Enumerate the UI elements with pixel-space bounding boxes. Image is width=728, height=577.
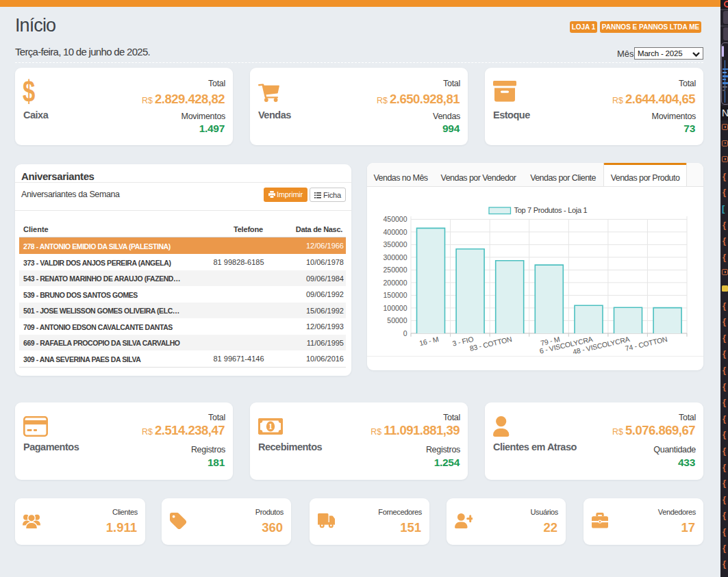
svg-text:74 - COTTON: 74 - COTTON xyxy=(624,335,668,352)
svg-text:450000: 450000 xyxy=(383,215,407,223)
svg-text:1: 1 xyxy=(268,422,273,431)
svg-text:100000: 100000 xyxy=(383,304,407,312)
svg-text:83 - COTTON: 83 - COTTON xyxy=(468,335,512,352)
svg-text:Top 7 Produtos - Loja 1: Top 7 Produtos - Loja 1 xyxy=(514,206,588,214)
svg-text:200000: 200000 xyxy=(383,279,407,287)
svg-text:250000: 250000 xyxy=(383,266,407,274)
svg-text:50000: 50000 xyxy=(387,316,407,324)
svg-text:16 - M: 16 - M xyxy=(418,335,440,347)
svg-text:300000: 300000 xyxy=(383,253,407,261)
svg-text:150000: 150000 xyxy=(383,291,407,299)
svg-text:400000: 400000 xyxy=(383,228,407,236)
svg-text:350000: 350000 xyxy=(383,240,407,248)
svg-text:0: 0 xyxy=(403,329,407,337)
